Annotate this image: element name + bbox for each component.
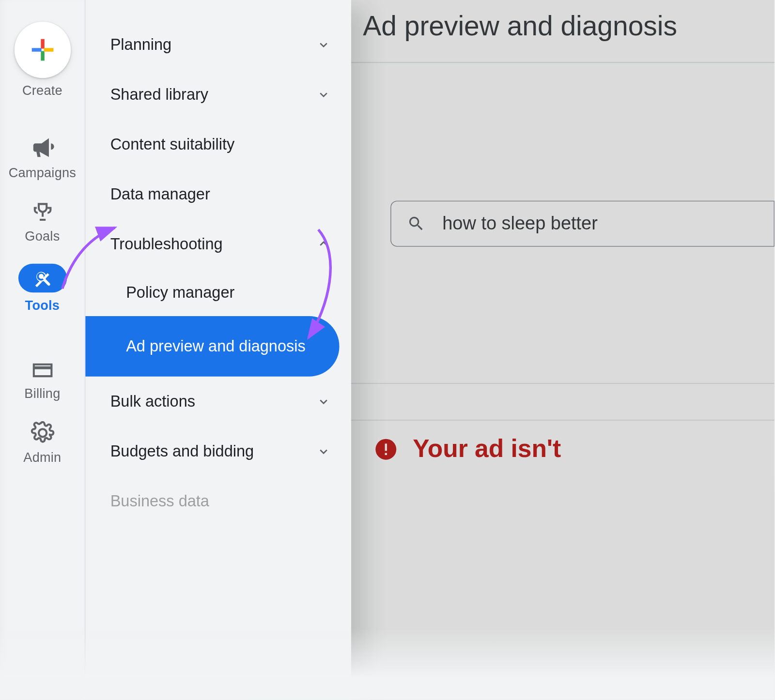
panel-item-data-manager[interactable]: Data manager [85,169,351,219]
rail-item-admin[interactable]: Admin [0,410,85,473]
megaphone-icon [30,135,55,160]
panel-item-bulk-actions[interactable]: Bulk actions [85,377,351,426]
rail-label: Campaigns [9,165,77,180]
panel-item-budgets-bidding[interactable]: Budgets and bidding [85,426,351,476]
chevron-down-icon [316,87,332,103]
svg-rect-5 [31,48,41,51]
rail-label: Billing [24,386,60,401]
sub-item-ad-preview[interactable]: Ad preview and diagnosis [85,316,339,377]
credit-card-icon [31,357,54,381]
rail-item-campaigns[interactable]: Campaigns [0,123,85,188]
plus-icon [28,35,57,64]
rail-label: Goals [25,229,60,244]
panel-item-label: Budgets and bidding [110,442,316,460]
panel-item-label: Shared library [110,85,316,104]
chevron-down-icon [316,443,332,459]
panel-item-label: Troubleshooting [110,235,316,253]
rail-item-tools[interactable]: Tools [0,252,85,320]
panel-item-label: Business data [110,492,332,510]
chevron-down-icon [316,37,332,53]
panel-item-shared-library[interactable]: Shared library [85,70,351,120]
panel-item-label: Bulk actions [110,392,316,411]
panel-item-label: Data manager [110,185,332,203]
sub-item-policy-manager[interactable]: Policy manager [85,269,351,317]
tools-icon [32,268,52,288]
panel-item-business-data[interactable]: Business data [85,476,351,526]
sub-item-label: Policy manager [126,283,234,302]
left-rail: Create Campaigns Goals Tools Billing Adm… [0,0,85,700]
svg-rect-6 [44,48,53,51]
panel-item-planning[interactable]: Planning [85,20,351,70]
rail-item-create[interactable]: Create [0,10,85,106]
svg-rect-4 [41,51,44,61]
rail-item-billing[interactable]: Billing [0,346,85,409]
trophy-icon [31,200,54,224]
rail-label: Tools [25,298,60,313]
rail-item-goals[interactable]: Goals [0,188,85,252]
rail-label: Create [22,83,62,98]
chevron-down-icon [316,394,332,410]
sub-item-label: Ad preview and diagnosis [126,336,306,356]
panel-item-label: Planning [110,35,316,54]
panel-item-troubleshooting[interactable]: Troubleshooting [85,219,351,269]
chevron-up-icon [316,236,332,252]
tools-panel: Planning Shared library Content suitabil… [85,0,351,700]
panel-item-content-suitability[interactable]: Content suitability [85,120,351,169]
panel-item-label: Content suitability [110,135,332,153]
svg-rect-3 [41,39,44,49]
rail-label: Admin [23,450,61,465]
create-button [14,22,71,78]
gear-icon [31,421,54,445]
